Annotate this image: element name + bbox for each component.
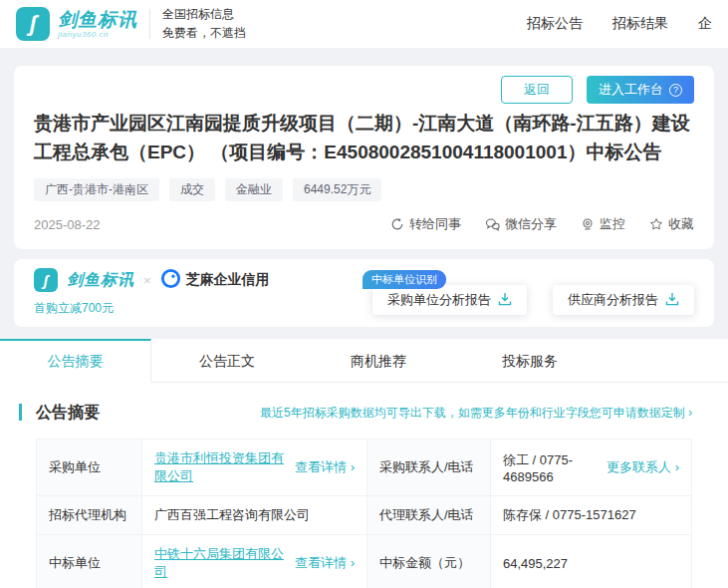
monitor-icon xyxy=(581,217,595,231)
tab-full-text[interactable]: 公告正文 xyxy=(151,339,303,382)
workspace-button[interactable]: 进入工作台 ? xyxy=(587,76,694,104)
brand-domain: jianyu360.cn xyxy=(58,31,137,39)
winner-identify-badge: 中标单位识别 xyxy=(363,270,446,289)
announcement-toolbar: 返回 进入工作台 ? xyxy=(34,76,694,104)
jianyu-logo-icon-small: ʃ xyxy=(34,268,58,292)
purchaser-contact-value: 徐工 / 0775-4689566 xyxy=(503,451,599,484)
nav-item-bid-announcements[interactable]: 招标公告 xyxy=(527,15,583,33)
monitor-button[interactable]: 监控 xyxy=(581,215,625,233)
purchaser-report-label: 采购单位分析报告 xyxy=(387,291,491,309)
tab-bar: 公告摘要 公告正文 商机推荐 投标服务 xyxy=(0,339,728,383)
jianyu-logo-icon: ʃ xyxy=(16,7,50,41)
promo-left: ʃ 剑鱼标讯 × 芝麻企业信用 首购立减700元 xyxy=(34,268,270,317)
top-header: ʃ 剑鱼标讯 jianyu360.cn 全国招标信息 免费看，不遮挡 招标公告 … xyxy=(0,0,728,48)
supplier-report-button[interactable]: 供应商分析报告 xyxy=(553,285,694,315)
announcement-card: 返回 进入工作台 ? 贵港市产业园区江南园提质升级项目（二期）-江南大道（南环路… xyxy=(14,66,714,249)
brand-block: 剑鱼标讯 jianyu360.cn xyxy=(58,10,137,39)
tab-opportunities[interactable]: 商机推荐 xyxy=(303,339,454,382)
purchaser-company-link[interactable]: 贵港市利恒投资集团有限公司 xyxy=(154,449,287,485)
table-row-purchaser: 采购单位 贵港市利恒投资集团有限公司 查看详情 › 采购联系人/电话 徐工 / … xyxy=(37,440,692,496)
tab-summary[interactable]: 公告摘要 xyxy=(0,339,151,383)
star-icon xyxy=(649,217,663,231)
header-tagline: 全国招标信息 免费看，不遮挡 xyxy=(162,5,246,43)
winner-value-cell: 中铁十六局集团有限公司 查看详情 › xyxy=(142,535,367,588)
summary-table: 采购单位 贵港市利恒投资集团有限公司 查看详情 › 采购联系人/电话 徐工 / … xyxy=(36,439,692,588)
wechat-share-button[interactable]: 微信分享 xyxy=(485,215,557,233)
chevron-right-icon: › xyxy=(675,459,679,474)
chevron-right-icon: › xyxy=(688,406,692,420)
data-export-link[interactable]: 最近5年招标采购数据均可导出下载，如需更多年份和行业字段您可申请数据定制 › xyxy=(260,405,692,422)
top-nav: 招标公告 招标结果 企 xyxy=(527,15,712,33)
wechat-icon xyxy=(485,217,500,232)
tag-amount: 6449.52万元 xyxy=(293,178,381,201)
help-question-icon[interactable]: ? xyxy=(669,84,682,97)
publish-date: 2025-08-22 xyxy=(34,217,101,232)
header-divider xyxy=(149,9,150,39)
meta-row: 2025-08-22 转给同事 微信分享 监控 xyxy=(34,215,694,233)
jianyu-brand-name: 剑鱼标讯 xyxy=(67,270,134,291)
summary-header: 公告摘要 最近5年招标采购数据均可导出下载，如需更多年份和行业字段您可申请数据定… xyxy=(36,403,692,424)
winner-view-detail-link[interactable]: 查看详情 › xyxy=(295,554,355,572)
table-row-agency: 招标代理机构 广西百强工程咨询有限公司 代理联系人/电话 陈存保 / 0775-… xyxy=(37,496,692,535)
winning-amount-value: 64,495,227 xyxy=(491,535,692,588)
nav-item-bid-results[interactable]: 招标结果 xyxy=(612,15,668,33)
partner-logos-row: ʃ 剑鱼标讯 × 芝麻企业信用 xyxy=(34,268,270,292)
tag-industry: 金融业 xyxy=(225,178,283,201)
zhima-partner: 芝麻企业信用 xyxy=(160,268,270,292)
winning-amount-label: 中标金额（元） xyxy=(367,535,491,588)
promo-discount-text: 首购立减700元 xyxy=(34,300,270,317)
forward-icon xyxy=(390,217,404,231)
tag-status: 成交 xyxy=(169,178,215,201)
download-icon xyxy=(665,292,679,309)
favorite-button[interactable]: 收藏 xyxy=(649,215,694,233)
chevron-right-icon: › xyxy=(351,555,355,570)
agency-value: 广西百强工程咨询有限公司 xyxy=(142,496,367,535)
summary-section-title: 公告摘要 xyxy=(36,403,100,424)
agency-contact-label: 代理联系人/电话 xyxy=(367,496,491,535)
tab-bidding-services[interactable]: 投标服务 xyxy=(454,339,606,382)
tag-region: 广西-贵港市-港南区 xyxy=(34,178,159,201)
favorite-label: 收藏 xyxy=(668,215,694,233)
tagline-line2: 免费看，不遮挡 xyxy=(162,24,246,43)
workspace-button-label: 进入工作台 xyxy=(599,81,663,99)
monitor-label: 监控 xyxy=(600,215,625,233)
purchaser-contact-cell: 徐工 / 0775-4689566 更多联系人 › xyxy=(491,440,692,496)
report-buttons-group: 中标单位识别 采购单位分析报告 供应商分析报告 xyxy=(372,285,694,315)
table-row-winner: 中标单位 中铁十六局集团有限公司 查看详情 › 中标金额（元） 64,495,2… xyxy=(37,535,692,588)
supplier-report-label: 供应商分析报告 xyxy=(568,291,658,309)
zhima-partner-label: 芝麻企业信用 xyxy=(186,271,270,289)
promo-card: ʃ 剑鱼标讯 × 芝麻企业信用 首购立减700元 中标单位识别 采购单位分析报告… xyxy=(14,259,714,327)
download-icon xyxy=(498,292,512,309)
tagline-line1: 全国招标信息 xyxy=(162,5,246,24)
winner-label: 中标单位 xyxy=(37,535,142,588)
announcement-title: 贵港市产业园区江南园提质升级项目（二期）-江南大道（南环路-江五路）建设工程总承… xyxy=(34,110,694,166)
data-export-link-label: 最近5年招标采购数据均可导出下载，如需更多年份和行业字段您可申请数据定制 xyxy=(260,406,685,420)
summary-content: 公告摘要 最近5年招标采购数据均可导出下载，如需更多年份和行业字段您可申请数据定… xyxy=(0,383,728,588)
purchaser-report-button[interactable]: 采购单位分析报告 xyxy=(372,285,527,315)
forward-to-colleague-button[interactable]: 转给同事 xyxy=(390,215,461,233)
purchaser-label: 采购单位 xyxy=(37,440,142,496)
purchaser-contact-label: 采购联系人/电话 xyxy=(367,440,491,496)
more-contacts-label: 更多联系人 xyxy=(607,459,671,474)
chevron-right-icon: › xyxy=(351,459,355,474)
nav-item-enterprise-partial[interactable]: 企 xyxy=(698,15,712,33)
view-detail-label: 查看详情 xyxy=(295,555,347,570)
wechat-share-label: 微信分享 xyxy=(505,215,557,233)
agency-contact-value: 陈存保 / 0775-1571627 xyxy=(491,496,692,535)
view-detail-label: 查看详情 xyxy=(295,459,347,474)
tag-row: 广西-贵港市-港南区 成交 金融业 6449.52万元 xyxy=(34,178,694,201)
more-contacts-link[interactable]: 更多联系人 › xyxy=(607,458,679,476)
purchaser-value-cell: 贵港市利恒投资集团有限公司 查看详情 › xyxy=(142,440,367,496)
agency-label: 招标代理机构 xyxy=(37,496,142,535)
winner-company-link[interactable]: 中铁十六局集团有限公司 xyxy=(154,545,287,581)
brand-name: 剑鱼标讯 xyxy=(58,10,137,29)
section-accent-bar xyxy=(19,404,22,421)
action-bar: 转给同事 微信分享 监控 收藏 xyxy=(390,215,694,233)
forward-label: 转给同事 xyxy=(409,215,461,233)
purchaser-view-detail-link[interactable]: 查看详情 › xyxy=(295,458,355,476)
back-button[interactable]: 返回 xyxy=(501,76,573,104)
zhima-logo-icon xyxy=(160,268,181,292)
multiply-separator: × xyxy=(143,273,151,288)
